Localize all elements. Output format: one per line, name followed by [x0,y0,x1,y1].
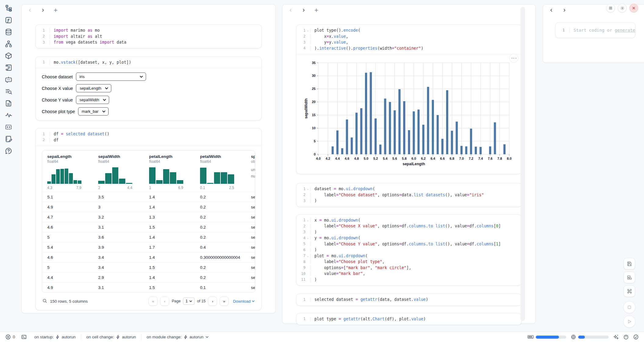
xy-dropdown-cell-line[interactable]: 6) [296,247,521,253]
download-button[interactable]: Download [233,299,255,304]
next-page-button[interactable]: › [208,297,217,306]
cell-dataframe[interactable]: 1df = selected_dataset()2df sepalLengthf… [35,128,262,310]
table-row[interactable]: 53.41.50.2setosa [42,262,255,272]
chart-menu-icon[interactable] [509,54,518,63]
settings-gear-button[interactable] [618,4,627,12]
command-palette-button[interactable] [624,285,635,297]
xy-dropdown-cell-line[interactable]: 2 label="Choose X value", options=df.col… [296,223,521,229]
table-row[interactable]: 4.93.11.50.1setosa [42,282,255,292]
encode-cell-line[interactable]: 2 x=x.value, [296,34,521,40]
xy-dropdown-cell-line[interactable]: 1⌄x = mo.ui.dropdown( [296,217,521,223]
stop-button[interactable] [623,301,635,313]
xy-dropdown-cell-line[interactable]: 9 options=["mark_bar", "mark_circle"], [296,265,521,271]
dataset-dropdown-cell-line[interactable]: 1⌄dataset = mo.ui.dropdown( [296,186,521,192]
dropdown-choose-dataset[interactable]: iris [76,73,146,81]
encode-cell-line[interactable]: 3 y=y.value, [296,39,521,45]
table-row[interactable]: 4.73.21.30.2setosa [42,212,255,222]
dataset-dropdown-cell-line[interactable]: 3) [296,198,521,204]
cell-chart[interactable]: 1⌄plot_type().encode(2 x=x.value,3 y=y.v… [296,24,522,174]
cell-new-empty[interactable]: 1Start coding or generate with AI [555,22,635,38]
table-row[interactable]: 4.931.40.2setosa [42,202,255,212]
xy-dropdown-cell-line[interactable]: 11) [296,277,521,283]
cell-selected-dataset[interactable]: 1selected_dataset = getattr(data, datase… [296,294,522,306]
bar-chart[interactable]: 051015202530354.04.24.44.64.85.05.25.45.… [302,59,522,169]
fold-chevron-icon[interactable]: ⌄ [306,187,310,190]
menu-button[interactable] [606,4,615,12]
column-header-species[interactable]: speciesobject [246,154,255,164]
cell-plot-type[interactable]: 1plot_type = getattr(alt.Chart(df), plot… [296,313,522,325]
snippets-icon[interactable] [4,123,13,132]
fold-chevron-icon[interactable]: ⌄ [306,29,310,32]
cpu-usage[interactable] [571,334,609,340]
imports-cell-line[interactable]: 3from vega_datasets import data [36,39,261,45]
table-row[interactable]: 4.63.41.40.3000000000000004setosa [42,252,255,262]
encode-cell-line[interactable]: 1⌄plot_type().encode( [296,27,521,34]
panel-scrollbar[interactable] [521,7,525,321]
page-select[interactable]: 1 [183,297,195,305]
cell-xy-dropdowns[interactable]: 1⌄x = mo.ui.dropdown(2 label="Choose X v… [296,214,522,286]
chat-bot-icon[interactable] [4,75,13,84]
df-cell-line[interactable]: 1df = selected_dataset() [36,131,261,137]
fold-chevron-icon[interactable]: ⌄ [306,237,310,239]
ram-usage[interactable] [528,335,566,339]
ai-sparkles-button[interactable] [613,334,619,340]
error-count[interactable]: 0 [5,334,15,340]
xy-dropdown-cell-line[interactable]: 8 label="Choose plot type", [296,259,521,265]
fold-chevron-icon[interactable]: ⌄ [306,219,310,222]
dependency-graph-icon[interactable] [4,39,13,48]
add-cell-icon[interactable] [52,7,59,13]
encode-cell-line[interactable]: 4).interactive().properties(width="conta… [296,45,521,52]
dataset-dropdown-cell-line[interactable]: 2 label="Choose dataset", options=data.l… [296,192,521,198]
imports-cell-line[interactable]: 1import marimo as mo [36,27,261,34]
logs-scroll-icon[interactable] [4,63,13,72]
on-module-change-setting[interactable]: on module change: autorun [147,335,209,339]
save-button[interactable] [624,258,635,269]
table-row[interactable]: 53.61.40.2setosa [42,232,255,242]
run-all-button[interactable] [623,315,635,328]
cell-vstack[interactable]: 1mo.vstack([dataset, x, y, plot]) Choose… [35,56,262,121]
prev-page-button[interactable]: ‹ [160,297,169,306]
fold-chevron-icon[interactable]: ⌄ [306,255,310,257]
column-header-sepalLength[interactable]: sepalLengthfloat64 [42,154,93,164]
documentation-icon[interactable] [4,99,13,108]
table-row[interactable]: 5.43.91.70.4setosa [42,242,255,252]
collapse-left-icon[interactable] [548,7,555,13]
last-page-button[interactable]: » [220,297,229,306]
table-search-icon[interactable] [42,298,47,304]
connection-status-icon[interactable] [633,334,639,340]
table-row[interactable]: 5.13.51.40.2setosa [42,192,255,202]
file-tree-icon[interactable] [4,4,13,13]
tracing-activity-icon[interactable] [4,111,13,120]
cell-dataset-dropdown[interactable]: 1⌄dataset = mo.ui.dropdown(2 label="Choo… [296,183,522,207]
xy-dropdown-cell-line[interactable]: 7⌄plot = mo.ui.dropdown( [296,253,521,259]
on-startup-setting[interactable]: on startup: autorun [34,335,76,339]
scratchpad-icon[interactable] [4,134,13,144]
xy-dropdown-cell-line[interactable]: 10 value="mark_bar", [296,271,521,277]
table-row[interactable]: 4.42.91.40.2setosa [42,272,255,282]
collapse-right-icon[interactable] [300,7,307,13]
column-header-sepalWidth[interactable]: sepalWidthfloat64 [93,154,144,164]
on-cell-change-setting[interactable]: on cell change: autorun [86,335,136,339]
cell-imports[interactable]: 1import marimo as mo2import altair as al… [35,24,262,48]
close-button[interactable] [629,4,638,12]
scratch-cell-line[interactable]: 1Start coding or generate with AI [556,22,635,38]
df-cell-line[interactable]: 2df [36,137,261,143]
column-header-petalWidth[interactable]: petalWidthfloat64 [195,154,246,164]
function-square-icon[interactable] [4,16,13,25]
add-cell-icon[interactable] [313,7,320,13]
collapse-right-icon[interactable] [39,7,46,13]
first-page-button[interactable]: « [148,297,158,306]
imports-cell-line[interactable]: 2import altair as alt [36,34,261,40]
dropdown-choose-y-value[interactable]: sepalWidth [76,96,109,104]
package-icon[interactable] [4,51,13,60]
vstack-cell-line[interactable]: 1mo.vstack([dataset, x, y, plot]) [36,59,261,66]
xy-dropdown-cell-line[interactable]: 4⌄y = mo.ui.dropdown( [296,235,521,241]
collapse-right-icon[interactable] [561,7,567,13]
collapse-left-icon[interactable] [287,7,294,13]
xy-dropdown-cell-line[interactable]: 5 label="Choose Y value", options=df.col… [296,241,521,247]
database-icon[interactable] [4,27,13,37]
dropdown-choose-x-value[interactable]: sepalLength [76,84,111,92]
collapse-left-icon[interactable] [27,7,33,13]
copilot-button[interactable] [623,334,629,340]
plot-type-cell-line[interactable]: 1plot_type = getattr(alt.Chart(df), plot… [296,316,521,322]
